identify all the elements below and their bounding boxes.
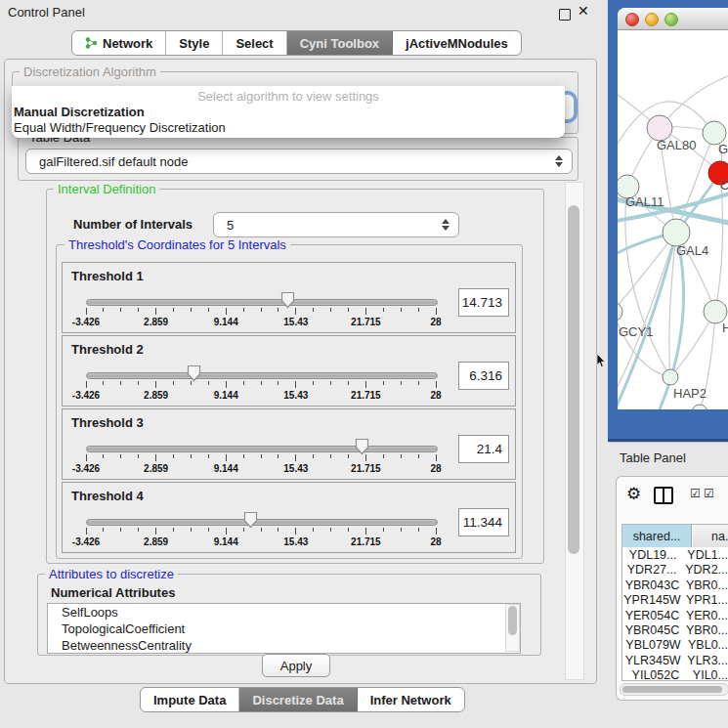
tick-mark bbox=[261, 454, 262, 458]
threshold-value-field[interactable]: 6.316 bbox=[458, 362, 509, 390]
table-row[interactable]: YBR043CYBR0... bbox=[622, 578, 728, 593]
split-columns-icon[interactable] bbox=[654, 487, 673, 504]
zoom-traffic-light-icon[interactable] bbox=[664, 13, 678, 26]
tab-infer-network[interactable]: Infer Network bbox=[358, 688, 464, 711]
threshold-label: Threshold 4 bbox=[71, 489, 144, 503]
column-header-name[interactable]: na... bbox=[693, 525, 728, 547]
attributes-list-scrollbar-thumb[interactable] bbox=[508, 606, 517, 635]
table-row[interactable]: YDR27...YDR2... bbox=[622, 563, 728, 578]
table-data-combo[interactable]: galFiltered.sif default node bbox=[25, 149, 573, 174]
network-canvas[interactable]: GAL80GAL11GAL4GCY1HAP2GACH bbox=[618, 30, 728, 409]
table-hscrollbar-track[interactable] bbox=[620, 683, 728, 696]
network-node-label: GCY1 bbox=[619, 324, 653, 339]
slider-handle[interactable] bbox=[355, 438, 369, 459]
tick-label: 15.43 bbox=[272, 317, 321, 327]
tick-mark bbox=[226, 308, 227, 315]
close-traffic-light-icon[interactable] bbox=[625, 13, 639, 26]
table-row[interactable]: YER054CYER0... bbox=[622, 609, 728, 623]
number-of-intervals-value: 5 bbox=[214, 218, 439, 233]
panel-scrollbar-thumb[interactable] bbox=[568, 205, 579, 554]
tick-mark bbox=[173, 308, 174, 312]
tick-mark bbox=[120, 454, 121, 458]
table-row[interactable]: YPR145WYPR1... bbox=[622, 593, 728, 608]
tick-label: 9.144 bbox=[201, 536, 250, 547]
table-row[interactable]: YDL19...YDL1... bbox=[622, 548, 728, 563]
tick-label: 15.43 bbox=[272, 536, 321, 547]
network-edge[interactable] bbox=[715, 173, 723, 312]
checkbox-icon[interactable]: ☑ bbox=[690, 487, 701, 500]
threshold-value-field[interactable]: 14.713 bbox=[458, 288, 509, 317]
tab-network[interactable]: Network bbox=[72, 31, 166, 55]
network-node[interactable] bbox=[618, 302, 622, 321]
minimize-traffic-light-icon[interactable] bbox=[645, 13, 659, 26]
cell-shared-name: YIL052C bbox=[622, 668, 689, 683]
slider-handle[interactable] bbox=[187, 364, 201, 386]
cell-shared-name: YBR045C bbox=[622, 623, 682, 638]
list-item[interactable]: TopologicalCoefficient bbox=[48, 621, 520, 637]
tab-discretize-data[interactable]: Discretize Data bbox=[239, 688, 357, 711]
tick-mark bbox=[348, 454, 349, 458]
tick-mark bbox=[436, 528, 437, 535]
table-row[interactable]: YIL052CYIL0... bbox=[622, 668, 728, 683]
threshold-row: Threshold 1-3.4262.8599.14415.4321.71528… bbox=[62, 262, 516, 333]
list-item[interactable]: SelfLoops bbox=[48, 604, 520, 621]
tick-mark bbox=[383, 381, 384, 385]
network-node[interactable] bbox=[663, 219, 690, 246]
tick-mark bbox=[243, 381, 244, 385]
slider-track[interactable] bbox=[86, 299, 438, 306]
close-icon[interactable]: ✕ bbox=[578, 3, 589, 19]
network-node[interactable] bbox=[663, 369, 678, 385]
tick-mark bbox=[330, 308, 331, 312]
tick-mark bbox=[208, 528, 209, 532]
tick-mark bbox=[330, 381, 331, 385]
table-hscrollbar-thumb[interactable] bbox=[622, 686, 722, 693]
control-panel-title: Control Panel bbox=[8, 5, 85, 20]
cell-shared-name: YBL079W bbox=[622, 638, 684, 653]
slider-handle[interactable] bbox=[243, 511, 258, 533]
tick-mark bbox=[138, 528, 139, 532]
tab-cyni-toolbox[interactable]: Cyni Toolbox bbox=[287, 31, 393, 55]
tick-mark bbox=[243, 454, 244, 458]
list-item[interactable]: BetweennessCentrality bbox=[48, 637, 520, 654]
apply-button[interactable]: Apply bbox=[262, 654, 330, 677]
divider bbox=[608, 442, 728, 443]
table-row[interactable]: YBR045CYBR0... bbox=[622, 623, 728, 638]
table-row[interactable]: YLR345WYLR3... bbox=[622, 654, 728, 668]
slider-track[interactable] bbox=[86, 446, 438, 452]
number-of-intervals-combo[interactable]: 5 bbox=[213, 212, 459, 237]
network-window-titlebar[interactable] bbox=[618, 8, 728, 30]
slider-track[interactable] bbox=[86, 372, 438, 379]
checkbox-icon[interactable]: ☑ bbox=[704, 487, 714, 500]
tick-mark bbox=[401, 381, 402, 385]
network-node[interactable] bbox=[692, 405, 707, 409]
network-node-label: GAL80 bbox=[657, 138, 696, 152]
popup-item-manual-discretization[interactable]: Manual Discretization bbox=[14, 105, 145, 119]
tab-impute-data[interactable]: Impute Data bbox=[141, 688, 239, 711]
cell-name: YBR0... bbox=[682, 623, 728, 638]
attributes-group-title: Attributes to discretize bbox=[45, 568, 178, 581]
numerical-attributes-label: Numerical Attributes bbox=[51, 585, 175, 600]
tab-jactivemnodules[interactable]: jActiveMNodules bbox=[393, 31, 521, 55]
threshold-value-field[interactable]: 21.4 bbox=[458, 435, 509, 463]
number-of-intervals-label: Number of Intervals bbox=[73, 217, 193, 232]
numerical-attributes-list[interactable]: SelfLoopsTopologicalCoefficientBetweenne… bbox=[47, 603, 521, 654]
cell-name: YPR1... bbox=[682, 593, 728, 608]
slider-handle[interactable] bbox=[280, 291, 295, 313]
threshold-value-field[interactable]: 11.344 bbox=[458, 508, 509, 536]
tick-mark bbox=[120, 308, 121, 312]
cell-name: YBR0... bbox=[682, 578, 728, 593]
tab-style[interactable]: Style bbox=[166, 31, 223, 55]
float-window-icon[interactable] bbox=[559, 9, 571, 21]
tab-select[interactable]: Select bbox=[223, 31, 286, 55]
tick-label: 21.715 bbox=[341, 463, 390, 474]
gear-icon[interactable]: ⚙ bbox=[626, 484, 641, 504]
tick-mark bbox=[86, 381, 87, 388]
column-header-shared[interactable]: shared... bbox=[622, 525, 692, 547]
table-row[interactable]: YBL079WYBL0... bbox=[622, 638, 728, 653]
tick-mark bbox=[418, 308, 419, 312]
popup-item-equal-width-frequency[interactable]: Equal Width/Frequency Discretization bbox=[14, 120, 226, 135]
tab-label: Network bbox=[103, 36, 152, 51]
slider-track[interactable] bbox=[86, 519, 438, 526]
network-node-label: H bbox=[722, 321, 728, 335]
tick-mark bbox=[278, 454, 278, 458]
